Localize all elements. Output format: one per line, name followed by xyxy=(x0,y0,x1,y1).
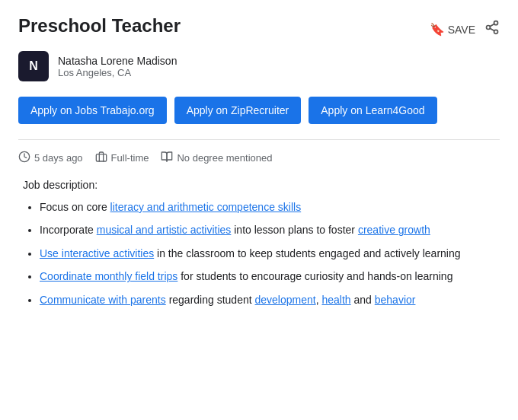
meta-type: Full-time xyxy=(95,151,149,165)
avatar: N xyxy=(18,51,49,81)
svg-line-3 xyxy=(490,28,494,30)
link-field-trips[interactable]: Coordinate monthly field trips xyxy=(40,270,177,282)
section-title: Job description: xyxy=(23,179,500,191)
apply-button-ziprecruiter[interactable]: Apply on ZipRecruiter xyxy=(174,97,302,124)
job-title: Preschool Teacher xyxy=(18,15,181,37)
list-item: Coordinate monthly field trips for stude… xyxy=(40,268,500,285)
company-name: Natasha Lorene Madison xyxy=(58,55,177,67)
link-health[interactable]: health xyxy=(321,294,350,306)
link-creative[interactable]: creative growth xyxy=(358,224,430,236)
link-development[interactable]: development xyxy=(255,294,316,306)
bookmark-icon: 🔖 xyxy=(430,22,445,37)
link-literacy[interactable]: literacy and arithmetic competence skill… xyxy=(110,201,302,213)
posted-date: 5 days ago xyxy=(34,152,83,164)
link-behavior[interactable]: behavior xyxy=(375,294,416,306)
company-location: Los Angeles, CA xyxy=(58,67,177,78)
save-label: SAVE xyxy=(448,24,475,36)
save-button[interactable]: 🔖 SAVE xyxy=(430,22,475,37)
list-item: Use interactive activities in the classr… xyxy=(40,245,500,262)
company-info: Natasha Lorene Madison Los Angeles, CA xyxy=(58,55,177,78)
share-icon xyxy=(484,20,500,35)
header-actions: 🔖 SAVE xyxy=(430,15,500,39)
clock-icon xyxy=(18,151,30,165)
meta-posted: 5 days ago xyxy=(18,151,83,165)
page-header: Preschool Teacher 🔖 SAVE xyxy=(18,15,500,39)
svg-line-4 xyxy=(490,24,494,26)
degree-icon xyxy=(161,151,173,165)
meta-row: 5 days ago Full-time No degree mentioned xyxy=(18,151,500,165)
meta-degree: No degree mentioned xyxy=(161,151,272,165)
degree-text: No degree mentioned xyxy=(177,152,272,164)
link-interactive[interactable]: Use interactive activities xyxy=(40,247,154,259)
link-communicate[interactable]: Communicate with parents xyxy=(40,294,166,306)
company-row: N Natasha Lorene Madison Los Angeles, CA xyxy=(18,51,500,81)
divider xyxy=(18,139,500,140)
briefcase-icon xyxy=(95,151,107,165)
job-description-list: Focus on core literacy and arithmetic co… xyxy=(18,199,500,308)
apply-button-learn4good[interactable]: Apply on Learn4Good xyxy=(309,97,436,124)
list-item: Incorporate musical and artistic activit… xyxy=(40,221,500,238)
link-musical[interactable]: musical and artistic activities xyxy=(97,224,232,236)
list-item: Focus on core literacy and arithmetic co… xyxy=(40,199,500,215)
list-item: Communicate with parents regarding stude… xyxy=(40,291,500,308)
job-type: Full-time xyxy=(111,152,149,164)
apply-button-trabajo[interactable]: Apply on Jobs Trabajo.org xyxy=(18,97,167,124)
svg-rect-6 xyxy=(96,154,106,161)
apply-buttons-container: Apply on Jobs Trabajo.org Apply on ZipRe… xyxy=(18,97,500,124)
share-button[interactable] xyxy=(484,20,500,39)
